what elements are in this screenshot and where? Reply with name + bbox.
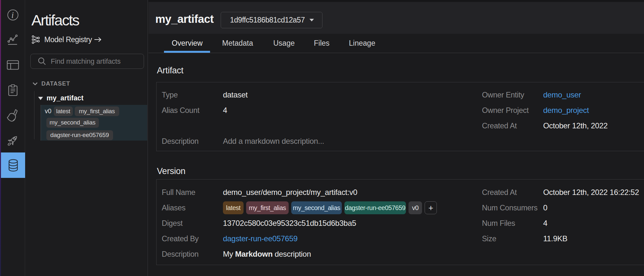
svg-text:i: i [11, 10, 14, 20]
